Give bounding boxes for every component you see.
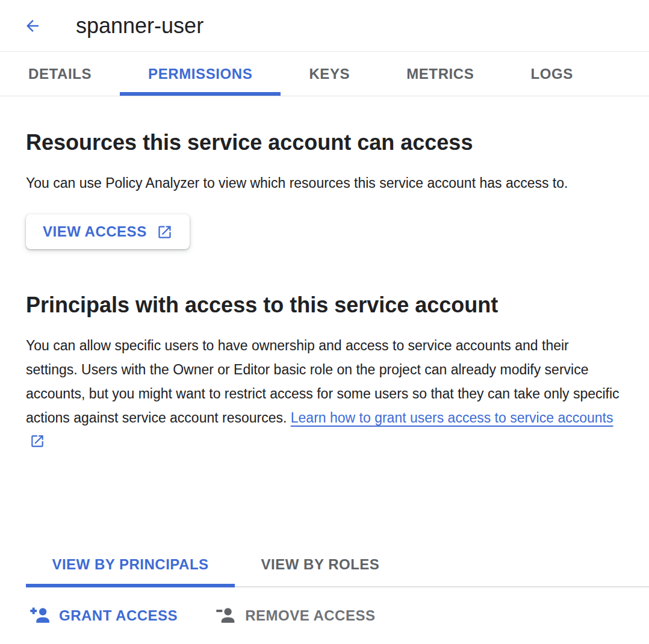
remove-access-button[interactable]: REMOVE ACCESS [215, 604, 375, 627]
person-remove-icon [215, 604, 237, 627]
back-button[interactable] [23, 16, 42, 36]
tab-permissions[interactable]: PERMISSIONS [120, 52, 281, 96]
tab-logs-label: LOGS [530, 66, 573, 82]
tab-details[interactable]: DETAILS [0, 52, 120, 96]
tab-metrics-label: METRICS [406, 66, 474, 82]
view-access-button-label: VIEW ACCESS [43, 223, 147, 240]
view-mode-tab-bar: VIEW BY PRINCIPALS VIEW BY ROLES [26, 543, 649, 587]
remove-access-label: REMOVE ACCESS [245, 607, 375, 624]
resources-section-description: You can use Policy Analyzer to view whic… [26, 171, 623, 195]
back-arrow-icon [23, 17, 42, 35]
principals-section-description: You can allow specific users to have own… [26, 333, 623, 454]
tab-permissions-label: PERMISSIONS [148, 66, 252, 82]
page-title: spanner-user [76, 13, 203, 39]
tab-keys-label: KEYS [309, 66, 350, 82]
open-in-new-icon[interactable] [30, 433, 45, 449]
service-account-detail-page: spanner-user DETAILS PERMISSIONS KEYS ME… [0, 0, 649, 627]
person-add-icon [29, 604, 51, 627]
tab-view-by-roles-label: VIEW BY ROLES [261, 556, 380, 573]
permissions-panel: Resources this service account can acces… [0, 129, 649, 454]
grant-access-button[interactable]: GRANT ACCESS [29, 604, 178, 627]
open-in-new-icon [157, 224, 173, 240]
page-header: spanner-user [0, 0, 649, 52]
tab-view-by-principals[interactable]: VIEW BY PRINCIPALS [26, 543, 235, 586]
tab-view-by-roles[interactable]: VIEW BY ROLES [235, 543, 406, 586]
tab-metrics[interactable]: METRICS [378, 52, 502, 96]
view-access-button[interactable]: VIEW ACCESS [26, 214, 190, 249]
resources-section-heading: Resources this service account can acces… [26, 129, 623, 156]
primary-tab-bar: DETAILS PERMISSIONS KEYS METRICS LOGS [0, 52, 649, 96]
tab-view-by-principals-label: VIEW BY PRINCIPALS [52, 556, 208, 573]
tab-keys[interactable]: KEYS [281, 52, 378, 96]
grant-access-label: GRANT ACCESS [59, 607, 178, 624]
tab-logs[interactable]: LOGS [502, 52, 601, 96]
principals-toolbar: GRANT ACCESS REMOVE ACCESS [0, 604, 649, 627]
principals-section-heading: Principals with access to this service a… [26, 291, 623, 319]
tab-details-label: DETAILS [28, 66, 92, 82]
grant-users-help-link[interactable]: Learn how to grant users access to servi… [291, 410, 613, 426]
